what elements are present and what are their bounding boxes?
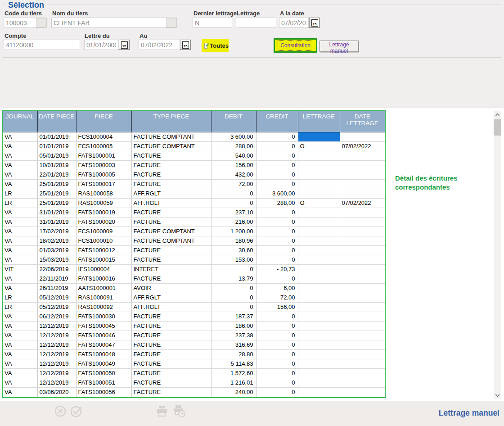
table-row[interactable]: VA 31/01/2019 FATS1000019 FACTURE 237,10…: [3, 208, 385, 217]
cell-type-piece[interactable]: AFF.RGLT: [131, 198, 211, 208]
scroll-down-button[interactable]: [494, 391, 501, 399]
cell-debit[interactable]: 216,00: [211, 217, 256, 227]
cell-journal[interactable]: VA: [3, 274, 37, 283]
cell-lettrage[interactable]: [298, 293, 340, 302]
cell-piece[interactable]: RAS1000091: [76, 293, 131, 302]
cell-credit[interactable]: 0: [256, 255, 298, 264]
table-row[interactable]: LR 05/12/2019 RAS1000091 AFF.RGLT 0 72,0…: [3, 293, 385, 302]
cell-debit[interactable]: 153,00: [211, 255, 256, 264]
cell-debit[interactable]: 0: [211, 264, 256, 274]
cell-piece[interactable]: FATS1000003: [76, 160, 131, 170]
cell-credit[interactable]: 0: [256, 160, 298, 170]
cell-date-piece[interactable]: 12/12/2019: [37, 340, 76, 349]
cell-date-piece[interactable]: 15/03/2019: [37, 255, 76, 264]
cell-debit[interactable]: 3 600,00: [211, 132, 256, 141]
cell-debit[interactable]: 1 216,01: [211, 378, 256, 387]
cell-credit[interactable]: 0: [256, 217, 298, 227]
cell-type-piece[interactable]: FACTURE: [131, 179, 211, 189]
cell-piece[interactable]: AATS1000001: [76, 283, 131, 293]
cell-date-piece[interactable]: 26/11/2019: [37, 283, 76, 293]
print-export-icon[interactable]: [172, 404, 186, 418]
cell-date-lettrage[interactable]: [340, 132, 385, 141]
cell-credit[interactable]: 0: [256, 340, 298, 349]
cell-debit[interactable]: 540,00: [211, 151, 256, 160]
cell-date-piece[interactable]: 12/12/2019: [37, 368, 76, 378]
cell-journal[interactable]: VA: [3, 349, 37, 359]
toutes-checkbox[interactable]: Toutes: [202, 39, 229, 52]
cell-debit[interactable]: 0: [211, 283, 256, 293]
cell-lettrage[interactable]: [298, 312, 340, 321]
cell-piece[interactable]: FCS1000010: [76, 236, 131, 245]
cell-lettrage[interactable]: [298, 217, 340, 227]
cell-piece[interactable]: FATS1000015: [76, 255, 131, 264]
cell-piece[interactable]: RAS1000058: [76, 189, 131, 198]
cell-date-piece[interactable]: 12/12/2019: [37, 349, 76, 359]
cell-piece[interactable]: FATS1000017: [76, 179, 131, 189]
cell-date-piece[interactable]: 06/12/2019: [37, 312, 76, 321]
cancel-icon[interactable]: [54, 404, 67, 418]
cell-debit[interactable]: 72,00: [211, 179, 256, 189]
cell-type-piece[interactable]: FACTURE: [131, 217, 211, 227]
cell-debit[interactable]: 186,00: [211, 321, 256, 331]
cell-credit[interactable]: 0: [256, 245, 298, 255]
cell-lettrage[interactable]: [298, 368, 340, 378]
cell-credit[interactable]: 0: [256, 331, 298, 340]
cell-piece[interactable]: FATS1000047: [76, 340, 131, 349]
cell-lettrage[interactable]: [298, 245, 340, 255]
cell-credit[interactable]: - 20,73: [256, 264, 298, 274]
cell-type-piece[interactable]: FACTURE: [131, 255, 211, 264]
cell-type-piece[interactable]: INTERET: [131, 264, 211, 274]
cell-lettrage[interactable]: [298, 132, 340, 141]
cell-credit[interactable]: 0: [256, 378, 298, 387]
table-row[interactable]: VA 01/01/2019 FCS1000004 FACTURE COMPTAN…: [3, 132, 385, 141]
cell-credit[interactable]: 0: [256, 132, 298, 141]
cell-date-lettrage[interactable]: [340, 274, 385, 283]
cell-type-piece[interactable]: FACTURE: [131, 321, 211, 331]
cell-date-lettrage[interactable]: [340, 368, 385, 378]
cell-lettrage[interactable]: [298, 340, 340, 349]
cell-lettrage[interactable]: [298, 283, 340, 293]
cell-piece[interactable]: FATS1000020: [76, 217, 131, 227]
scroll-up-button[interactable]: [494, 111, 501, 118]
cell-piece[interactable]: FATS1000045: [76, 321, 131, 331]
cell-lettrage[interactable]: [298, 378, 340, 387]
table-row[interactable]: VA 15/03/2019 FATS1000015 FACTURE 153,00…: [3, 255, 385, 264]
table-row[interactable]: VA 12/12/2019 FATS1000049 FACTURE 5 114,…: [3, 359, 385, 368]
cell-type-piece[interactable]: FACTURE COMPTANT: [131, 227, 211, 236]
cell-date-piece[interactable]: 25/01/2019: [37, 179, 76, 189]
cell-lettrage[interactable]: [298, 208, 340, 217]
cell-credit[interactable]: 0: [256, 236, 298, 245]
cell-credit[interactable]: 0: [256, 208, 298, 217]
nom-lookup-button[interactable]: [166, 18, 177, 27]
cell-date-lettrage[interactable]: 07/02/2022: [340, 198, 385, 208]
cell-credit[interactable]: 0: [256, 170, 298, 179]
cell-lettrage[interactable]: [298, 302, 340, 312]
cell-piece[interactable]: IFS1000004: [76, 264, 131, 274]
cell-journal[interactable]: VA: [3, 236, 37, 245]
cell-type-piece[interactable]: FACTURE: [131, 312, 211, 321]
cell-date-lettrage[interactable]: [340, 331, 385, 340]
cell-journal[interactable]: VA: [3, 312, 37, 321]
cell-debit[interactable]: 316,69: [211, 340, 256, 349]
cell-journal[interactable]: VA: [3, 368, 37, 378]
cell-credit[interactable]: 0: [256, 141, 298, 151]
cell-lettrage[interactable]: [298, 387, 340, 397]
cell-date-lettrage[interactable]: [340, 321, 385, 331]
cell-date-piece[interactable]: 10/01/2019: [37, 160, 76, 170]
cell-credit[interactable]: 0: [256, 349, 298, 359]
cell-date-piece[interactable]: 22/01/2019: [37, 170, 76, 179]
cell-date-piece[interactable]: 31/01/2019: [37, 217, 76, 227]
table-row[interactable]: LR 05/12/2019 RAS1000092 AFF.RGLT 0 156,…: [3, 302, 385, 312]
cell-journal[interactable]: LR: [3, 302, 37, 312]
cell-type-piece[interactable]: FACTURE: [131, 368, 211, 378]
cell-date-lettrage[interactable]: [340, 378, 385, 387]
cell-date-lettrage[interactable]: [340, 245, 385, 255]
cell-date-lettrage[interactable]: [340, 217, 385, 227]
checkbox-check-icon[interactable]: [204, 43, 207, 49]
au-input[interactable]: [139, 40, 180, 50]
cell-piece[interactable]: FATS1000056: [76, 387, 131, 397]
cell-debit[interactable]: 432,00: [211, 170, 256, 179]
cell-journal[interactable]: VA: [3, 340, 37, 349]
lettrage-manuel-button[interactable]: Lettrage manuel: [320, 41, 359, 52]
cell-type-piece[interactable]: FACTURE COMPTANT: [131, 132, 211, 141]
